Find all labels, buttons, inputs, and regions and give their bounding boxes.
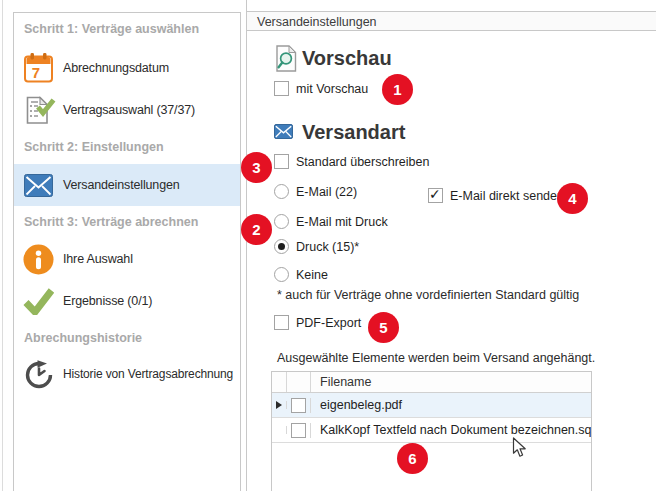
window-edge	[2, 0, 3, 491]
radio-keine[interactable]	[274, 267, 289, 282]
sidebar-item-vertragsauswahl[interactable]: Vertragsauswahl (37/37)	[14, 89, 240, 131]
sidebar-item-label: Abrechnungsdatum	[63, 61, 169, 75]
annotation-badge-3: 3	[241, 152, 272, 183]
radio-keine-label: Keine	[296, 268, 328, 282]
calendar-7-icon: 7	[23, 52, 54, 84]
annotation-badge-2: 2	[241, 214, 272, 245]
sidebar-item-historie[interactable]: Historie von Vertragsabrechnung	[14, 353, 240, 395]
annotation-badge-1: 1	[382, 74, 413, 105]
standard-ueberschreiben-checkbox[interactable]	[274, 154, 289, 169]
sidebar-item-label: Ergebnisse (0/1)	[63, 294, 152, 308]
filename-cell: eigenbeleg.pdf	[311, 398, 591, 412]
table-row[interactable]: eigenbeleg.pdf	[272, 393, 591, 418]
attachments-note: Ausgewählte Elemente werden beim Versand…	[277, 351, 595, 365]
radio-email-mit-druck[interactable]	[274, 214, 289, 229]
pdf-export-checkbox[interactable]	[274, 315, 289, 330]
sidebar-item-ihre-auswahl[interactable]: Ihre Auswahl	[14, 238, 240, 280]
table-header-row: Filename	[272, 372, 591, 393]
filename-header: Filename	[311, 372, 591, 392]
mouse-cursor	[512, 437, 527, 463]
sidebar-item-label: Vertragsauswahl (37/37)	[63, 103, 195, 117]
annotation-badge-6: 6	[397, 443, 428, 474]
panel-title: Versandeinstellungen	[247, 11, 656, 31]
versandart-footnote: * auch für Verträge ohne vordefinierten …	[277, 288, 579, 302]
section-step3: Schritt 3: Verträge abrechnen	[24, 215, 234, 229]
preview-icon	[276, 45, 297, 76]
mit-vorschau-checkbox[interactable]	[274, 81, 289, 96]
pdf-export-label: PDF-Export	[296, 316, 361, 330]
section-history: Abrechungshistorie	[24, 331, 234, 345]
envelope-icon	[23, 169, 54, 201]
sidebar-item-abrechnungsdatum[interactable]: 7 Abrechnungsdatum	[14, 47, 240, 89]
section-step1: Schritt 1: Verträge auswählen	[24, 22, 234, 36]
preview-heading: Vorschau	[302, 47, 392, 70]
info-icon	[23, 243, 54, 275]
radio-email[interactable]	[274, 184, 289, 199]
row-indicator-header-cell	[272, 372, 287, 392]
mit-vorschau-label: mit Vorschau	[296, 82, 368, 96]
annotation-badge-5: 5	[368, 312, 399, 343]
email-direkt-senden-label: E-Mail direkt senden	[450, 189, 564, 203]
sidebar-item-versandeinstellungen[interactable]: Versandeinstellungen	[14, 164, 240, 206]
sidebar-item-ergebnisse[interactable]: Ergebnisse (0/1)	[14, 280, 240, 322]
row-checkbox[interactable]	[291, 423, 306, 438]
table-row[interactable]: KalkKopf Textfeld nach Dokument bezeichn…	[272, 418, 591, 443]
sidebar-item-label: Versandeinstellungen	[63, 178, 180, 192]
radio-email-label: E-Mail (22)	[296, 185, 357, 199]
versandart-heading: Versandart	[302, 121, 405, 144]
filename-cell: KalkKopf Textfeld nach Dokument bezeichn…	[311, 423, 591, 437]
standard-ueberschreiben-label: Standard überschreiben	[296, 155, 429, 169]
section-step2: Schritt 2: Einstellungen	[24, 140, 234, 154]
annotation-badge-4: 4	[557, 183, 588, 214]
checkmark-icon	[23, 285, 54, 317]
wizard-sidebar: Schritt 1: Verträge auswählen 7 Abrechnu…	[13, 12, 241, 491]
current-row-indicator	[276, 401, 282, 409]
versandart-icon	[274, 124, 293, 143]
sidebar-item-label: Historie von Vertragsabrechnung	[63, 367, 233, 381]
history-icon	[23, 358, 54, 390]
email-direkt-senden-checkbox[interactable]	[428, 188, 443, 203]
checkbox-header-cell	[287, 372, 311, 392]
sidebar-item-label: Ihre Auswahl	[63, 252, 133, 266]
svg-text:7: 7	[32, 64, 40, 81]
radio-email-mit-druck-label: E-Mail mit Druck	[296, 215, 388, 229]
row-checkbox[interactable]	[291, 398, 306, 413]
panel-divider	[246, 0, 247, 491]
radio-druck[interactable]	[274, 239, 289, 254]
contract-check-icon	[23, 94, 54, 126]
attachments-table: Filename eigenbeleg.pdf KalkKopf Textfel…	[271, 371, 592, 491]
radio-druck-label: Druck (15)*	[296, 240, 359, 254]
